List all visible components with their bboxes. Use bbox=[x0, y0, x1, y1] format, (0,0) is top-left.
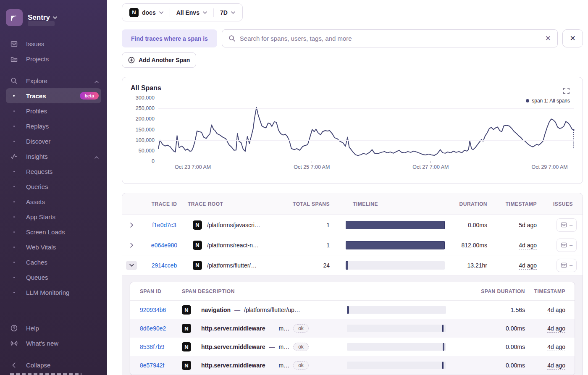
expand-row-icon[interactable] bbox=[122, 223, 141, 228]
table-row[interactable]: f1e0d7c3 N /platforms/javascri… 1 0.00ms… bbox=[122, 215, 583, 235]
collapse-row-button[interactable] bbox=[126, 261, 137, 270]
sidebar-item-projects[interactable]: Projects bbox=[6, 51, 101, 66]
sidebar-item-screen-loads[interactable]: Screen Loads bbox=[6, 224, 101, 239]
x-axis-tick bbox=[550, 161, 550, 163]
trace-id-link[interactable]: 2914cceb bbox=[141, 262, 188, 269]
span-id-link[interactable]: 8d6e90e2 bbox=[140, 325, 182, 332]
span-op: http.server.middleware bbox=[201, 344, 265, 350]
expand-row-icon[interactable] bbox=[122, 243, 141, 248]
issues-count: – bbox=[570, 222, 572, 228]
clipped-bottom-label bbox=[10, 373, 81, 375]
trace-id-link[interactable]: f1e0d7c3 bbox=[141, 222, 188, 228]
x-axis-tick-label: Oct 29 7:00 AM bbox=[531, 164, 567, 170]
gridline bbox=[158, 130, 574, 130]
chart-plot[interactable] bbox=[158, 98, 574, 161]
nextjs-platform-icon: N bbox=[129, 8, 139, 17]
sidebar-item-label: Discover bbox=[26, 138, 50, 145]
col-timeline: TIMELINE bbox=[346, 201, 445, 207]
gridline bbox=[158, 151, 574, 151]
x-axis-tick bbox=[312, 161, 312, 163]
sidebar-section-insights[interactable]: Insights bbox=[6, 149, 101, 164]
timestamp-value[interactable]: 5d ago bbox=[519, 222, 537, 229]
timeline-bar bbox=[346, 221, 445, 229]
sidebar-section-explore[interactable]: Explore bbox=[6, 73, 101, 88]
y-axis-tick-label: 200,000 bbox=[136, 116, 155, 122]
bullet-icon bbox=[8, 262, 19, 263]
span-duration-value: 1.56s bbox=[446, 307, 525, 313]
environment-selector[interactable]: All Envs bbox=[170, 9, 213, 16]
project-selector-label: docs bbox=[142, 9, 156, 16]
issues-button[interactable]: – bbox=[556, 259, 577, 272]
sidebar-item-label: Screen Loads bbox=[26, 228, 65, 236]
sidebar-item-label: Caches bbox=[26, 259, 47, 266]
span-row[interactable]: 8e57942f N http.server.middleware — m… o… bbox=[130, 356, 575, 375]
sidebar-item-requests[interactable]: Requests bbox=[6, 164, 101, 179]
add-another-span-button[interactable]: Add Another Span bbox=[122, 52, 196, 68]
sidebar-item-label: Queries bbox=[26, 183, 48, 190]
col-trace-root: TRACE ROOT bbox=[188, 201, 291, 207]
table-row-expanded[interactable]: 2914cceb N /platforms/flutter/… 24 13.21… bbox=[122, 255, 583, 275]
sidebar-item-label: Traces bbox=[26, 92, 46, 100]
chevron-down-icon bbox=[159, 11, 163, 14]
span-id-link[interactable]: 920934b6 bbox=[140, 307, 182, 313]
date-range-selector[interactable]: 7D bbox=[214, 9, 242, 16]
sidebar-item-app-starts[interactable]: App Starts bbox=[6, 209, 101, 224]
sidebar-item-profiles[interactable]: Profiles bbox=[6, 103, 101, 118]
project-selector[interactable]: N docs bbox=[123, 8, 170, 17]
trace-id-link[interactable]: e064e980 bbox=[141, 242, 188, 249]
sidebar-item-llm-monitoring[interactable]: LLM Monitoring bbox=[6, 285, 101, 300]
y-axis-tick-label: 0 bbox=[152, 158, 155, 164]
timestamp-value[interactable]: 4d ago bbox=[547, 362, 565, 370]
timestamp-value[interactable]: 4d ago bbox=[547, 325, 565, 333]
sidebar-item-discover[interactable]: Discover bbox=[6, 134, 101, 149]
sidebar: Sentry Issues Projects bbox=[0, 0, 107, 375]
sidebar-item-replays[interactable]: Replays bbox=[6, 118, 101, 134]
sidebar-item-caches[interactable]: Caches bbox=[6, 254, 101, 270]
clear-search-icon[interactable]: ✕ bbox=[545, 35, 551, 42]
sidebar-item-queues[interactable]: Queues bbox=[6, 270, 101, 285]
timestamp-value[interactable]: 4d ago bbox=[547, 307, 565, 314]
traces-table-header: TRACE ID TRACE ROOT TOTAL SPANS TIMELINE… bbox=[122, 193, 583, 215]
sidebar-item-issues[interactable]: Issues bbox=[6, 36, 101, 51]
timeline-track bbox=[347, 325, 446, 332]
sidebar-item-label: App Starts bbox=[26, 213, 55, 220]
table-row[interactable]: e064e980 N /platforms/react-n… 1 812.00m… bbox=[122, 235, 583, 255]
sidebar-item-queries[interactable]: Queries bbox=[6, 179, 101, 194]
sidebar-item-web-vitals[interactable]: Web Vitals bbox=[6, 239, 101, 254]
issues-icon bbox=[561, 262, 567, 268]
separator: — bbox=[269, 344, 275, 350]
status-badge: ok bbox=[293, 324, 309, 333]
sidebar-item-label: Projects bbox=[26, 55, 49, 63]
span-search-input[interactable] bbox=[240, 35, 541, 42]
bullet-icon bbox=[8, 216, 19, 218]
collapse-label: Collapse bbox=[26, 362, 50, 369]
expand-chart-icon[interactable] bbox=[563, 88, 570, 96]
y-axis-tick-label: 150,000 bbox=[136, 127, 155, 133]
timestamp-value[interactable]: 4d ago bbox=[519, 242, 537, 249]
issues-button[interactable]: – bbox=[556, 239, 577, 252]
issues-button[interactable]: – bbox=[556, 218, 577, 232]
date-range-label: 7D bbox=[220, 9, 228, 16]
issues-icon bbox=[561, 242, 567, 248]
gridline bbox=[158, 108, 574, 109]
sidebar-item-traces[interactable]: Traces beta bbox=[6, 88, 101, 103]
timestamp-value[interactable]: 4d ago bbox=[547, 344, 565, 351]
span-row[interactable]: 8d6e90e2 N http.server.middleware — m… o… bbox=[130, 319, 575, 338]
span-id-link[interactable]: 8e57942f bbox=[140, 362, 182, 369]
span-id-link[interactable]: 8538f7b9 bbox=[140, 344, 182, 350]
remove-span-filter-button[interactable]: ✕ bbox=[562, 29, 583, 47]
sidebar-item-whats-new[interactable]: What's new bbox=[6, 336, 101, 351]
span-search-box[interactable]: ✕ bbox=[222, 29, 558, 47]
span-row[interactable]: 8538f7b9 N http.server.middleware — m… o… bbox=[130, 338, 575, 356]
span-row[interactable]: 920934b6 N navigation — /platforms/flutt… bbox=[130, 301, 575, 319]
sidebar-collapse-button[interactable]: Collapse bbox=[6, 357, 101, 372]
chevron-down-icon bbox=[203, 11, 207, 14]
col-span-timestamp: TIMESTAMP bbox=[525, 288, 565, 294]
nextjs-platform-icon: N bbox=[182, 324, 191, 333]
timeline-track bbox=[346, 221, 445, 229]
timestamp-value[interactable]: 4d ago bbox=[519, 262, 537, 270]
sidebar-item-assets[interactable]: Assets bbox=[6, 194, 101, 209]
sidebar-item-help[interactable]: Help bbox=[6, 320, 101, 336]
page-filter-bar: N docs All Envs 7D bbox=[122, 3, 243, 21]
close-icon: ✕ bbox=[570, 34, 575, 43]
